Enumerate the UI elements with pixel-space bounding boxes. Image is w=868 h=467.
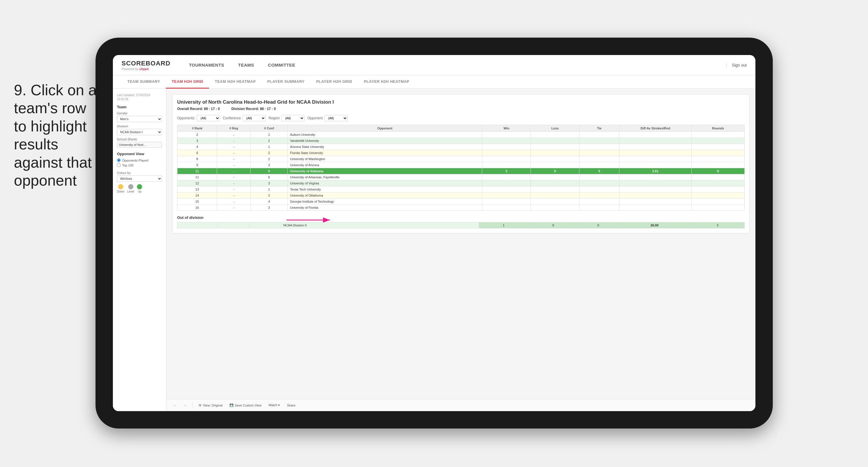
td-conf: 5 xyxy=(250,168,287,174)
toolbar-redo[interactable]: → xyxy=(181,403,189,408)
td-reg: - xyxy=(217,156,250,162)
colour-section: Colour by Win/loss Down Level xyxy=(117,171,162,193)
toolbar-undo[interactable]: ← xyxy=(171,403,179,408)
td-diff xyxy=(619,144,691,150)
td-rounds xyxy=(691,132,744,138)
opponents-select[interactable]: (All) xyxy=(197,115,220,121)
sub-nav-team-h2h-grid[interactable]: TEAM H2H GRID xyxy=(166,75,209,89)
toolbar-share[interactable]: Share xyxy=(284,403,298,408)
td-diff xyxy=(619,199,691,205)
nav-teams[interactable]: TEAMS xyxy=(231,55,261,75)
toolbar-view-original[interactable]: 👁 View: Original xyxy=(196,403,225,408)
td-diff xyxy=(619,132,691,138)
td-rounds xyxy=(691,138,744,144)
td-diff xyxy=(619,174,691,180)
td-conf: 1 xyxy=(250,144,287,150)
table-row[interactable]: 16 - 3 University of Florida xyxy=(178,205,745,211)
sidebar: Last Updated: 27/03/2024 16:55:38 Team G… xyxy=(113,89,166,411)
logo-area: SCOREBOARD Powered by clippd xyxy=(122,60,170,71)
td-rounds xyxy=(691,180,744,186)
radio-opponents-played[interactable]: Opponents Played xyxy=(117,158,162,162)
td-win xyxy=(482,186,531,193)
table-row[interactable]: 2 - 1 Auburn University xyxy=(178,132,745,138)
sub-nav-player-h2h-grid[interactable]: PLAYER H2H GRID xyxy=(310,75,358,89)
colour-by-select[interactable]: Win/loss xyxy=(117,175,162,182)
opponent-select[interactable]: (All) xyxy=(324,115,348,121)
tablet-screen: SCOREBOARD Powered by clippd TOURNAMENTS… xyxy=(113,55,755,411)
table-row[interactable]: 11 - 5 University of Alabama 3 0 0 2.61 … xyxy=(178,168,745,174)
table-row[interactable]: 15 - 4 Georgia Institute of Technology xyxy=(178,199,745,205)
table-row[interactable]: 13 - 1 Texas Tech University xyxy=(178,186,745,193)
radio-top-100[interactable]: Top 100 xyxy=(117,163,162,167)
td-loss xyxy=(531,199,580,205)
table-row[interactable]: 9 - 3 University of Arizona xyxy=(178,162,745,168)
out-of-division-row[interactable]: NCAA Division II 1 0 0 26.00 3 xyxy=(178,222,745,228)
records-row: Overall Record: 89 - 17 - 0 Division Rec… xyxy=(177,107,745,111)
td-rank: 6 xyxy=(178,150,217,156)
td-rank: 11 xyxy=(178,174,217,180)
td-rank: 4 xyxy=(178,144,217,150)
toolbar-divider-1 xyxy=(192,403,193,408)
conference-select[interactable]: (All) xyxy=(243,115,266,121)
table-row[interactable]: 12 - 3 University of Virginia xyxy=(178,180,745,186)
logo-scoreboard: SCOREBOARD xyxy=(122,60,170,67)
table-row[interactable]: 11 - 6 University of Arkansas, Fayettevi… xyxy=(178,174,745,180)
td-conf: 2 xyxy=(250,156,287,162)
td-rank: 12 xyxy=(178,180,217,186)
team-section-label: Team xyxy=(117,105,162,109)
overall-record: Overall Record: 89 - 17 - 0 xyxy=(177,107,220,111)
td-opponent: University of Arkansas, Fayetteville xyxy=(288,174,482,180)
td-win xyxy=(482,138,531,144)
td-win xyxy=(482,199,531,205)
table-row[interactable]: 6 - 2 Florida State University xyxy=(178,150,745,156)
td-loss xyxy=(531,132,580,138)
td-conf: 1 xyxy=(250,186,287,193)
sub-nav-team-h2h-heatmap[interactable]: TEAM H2H HEATMAP xyxy=(209,75,261,89)
td-rank: 8 xyxy=(178,156,217,162)
table-row[interactable]: 3 - 2 Vanderbilt University xyxy=(178,138,745,144)
td-loss xyxy=(531,156,580,162)
up-dot xyxy=(137,184,142,189)
division-select[interactable]: NCAA Division I xyxy=(117,129,162,135)
td-rounds xyxy=(691,199,744,205)
gender-select[interactable]: Men's xyxy=(117,116,162,122)
td-conf: 2 xyxy=(250,150,287,156)
td-loss xyxy=(531,186,580,193)
bottom-toolbar: ← → 👁 View: Original 💾 Save Custom View … xyxy=(166,399,755,411)
sub-nav-player-h2h-heatmap[interactable]: PLAYER H2H HEATMAP xyxy=(358,75,415,89)
td-reg: - xyxy=(217,180,250,186)
level-dot xyxy=(128,184,133,189)
td-rounds xyxy=(691,205,744,211)
nav-committee[interactable]: COMMITTEE xyxy=(261,55,303,75)
sub-nav-team-summary[interactable]: TEAM SUMMARY xyxy=(122,75,166,89)
nav-tournaments[interactable]: TOURNAMENTS xyxy=(182,55,231,75)
toolbar-watch[interactable]: Watch ▾ xyxy=(266,402,282,408)
table-row[interactable]: 4 - 1 Arizona State University xyxy=(178,144,745,150)
th-rounds: Rounds xyxy=(691,125,744,132)
td-rounds xyxy=(691,193,744,199)
sub-nav-player-summary[interactable]: PLAYER SUMMARY xyxy=(261,75,311,89)
td-opponent: University of Alabama xyxy=(288,168,482,174)
ood-conf xyxy=(249,222,281,228)
td-diff xyxy=(619,156,691,162)
toolbar-save-custom[interactable]: 💾 Save Custom View xyxy=(227,402,264,408)
td-reg: - xyxy=(217,186,250,193)
ood-win: 1 xyxy=(479,222,528,228)
radio-group: Opponents Played Top 100 xyxy=(117,158,162,167)
school-rank-input[interactable]: University of Nort... xyxy=(117,142,162,148)
td-win xyxy=(482,150,531,156)
td-opponent: Auburn University xyxy=(288,132,482,138)
td-reg: - xyxy=(217,132,250,138)
sign-out-link[interactable]: Sign out xyxy=(732,63,747,67)
table-row[interactable]: 14 - 2 University of Oklahoma xyxy=(178,193,745,199)
sign-out-area: | Sign out xyxy=(726,63,747,67)
td-diff: 2.61 xyxy=(619,168,691,174)
division-label: Division xyxy=(117,124,162,128)
region-select[interactable]: (All) xyxy=(281,115,305,121)
td-diff xyxy=(619,138,691,144)
td-tie xyxy=(580,199,619,205)
th-conf: # Conf xyxy=(250,125,287,132)
table-row[interactable]: 8 - 2 University of Washington xyxy=(178,156,745,162)
th-tie: Tie xyxy=(580,125,619,132)
td-rank: 2 xyxy=(178,132,217,138)
